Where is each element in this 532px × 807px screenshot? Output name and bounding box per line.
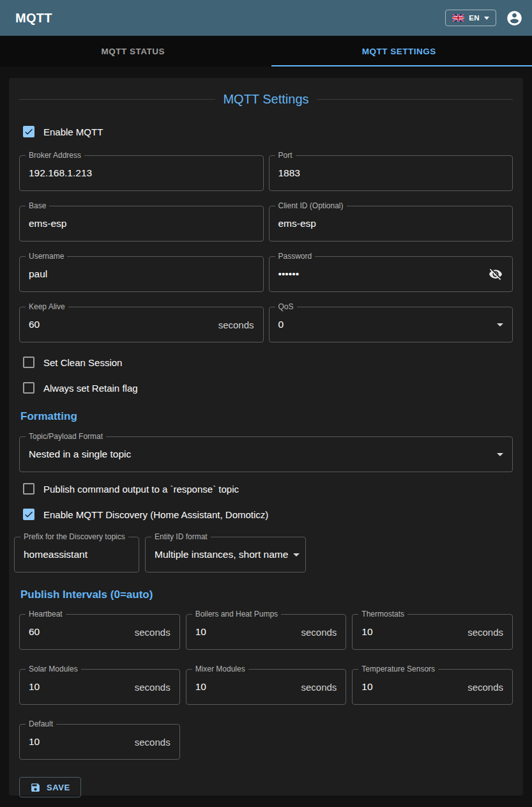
entity-id-format-value: Multiple instances, short name xyxy=(155,549,288,560)
page-title: MQTT xyxy=(15,11,52,26)
toggle-password-visibility-button[interactable] xyxy=(488,266,503,282)
uk-flag-icon xyxy=(452,14,464,22)
entity-id-format-select[interactable]: Entity ID format Multiple instances, sho… xyxy=(145,537,306,573)
account-circle-icon xyxy=(506,10,523,27)
keep-alive-unit: seconds xyxy=(218,319,254,330)
topic-payload-format-label: Topic/Payload Format xyxy=(26,432,106,441)
tab-bar: MQTT STATUS MQTT SETTINGS xyxy=(0,36,532,66)
default-interval-field[interactable]: Default 10 seconds xyxy=(19,724,180,760)
response-topic-label: Publish command output to a `response` t… xyxy=(43,484,239,495)
heartbeat-label: Heartbeat xyxy=(26,610,66,619)
temperature-sensors-value: 10 xyxy=(361,681,467,693)
language-selector-button[interactable]: EN xyxy=(445,10,496,26)
save-button[interactable]: SAVE xyxy=(19,777,81,797)
clean-session-row: Set Clean Session xyxy=(23,357,513,368)
publish-intervals-section-header: Publish Intervals (0=auto) xyxy=(20,588,513,601)
port-label: Port xyxy=(275,151,296,160)
broker-address-value: 192.168.1.213 xyxy=(29,167,254,179)
mqtt-discovery-row: Enable MQTT Discovery (Home Assistant, D… xyxy=(23,509,513,520)
discovery-prefix-label: Prefix for the Discovery topics xyxy=(20,532,128,541)
broker-address-field[interactable]: Broker Address 192.168.1.213 xyxy=(19,155,264,191)
dropdown-caret-icon xyxy=(497,323,503,327)
topic-payload-format-value: Nested in a single topic xyxy=(29,449,492,460)
thermostats-interval-field[interactable]: Thermostats 10 seconds xyxy=(352,614,513,650)
mqtt-discovery-label: Enable MQTT Discovery (Home Assistant, D… xyxy=(43,509,268,520)
qos-select[interactable]: QoS 0 xyxy=(269,307,513,342)
temperature-sensors-unit: seconds xyxy=(467,682,503,693)
username-field[interactable]: Username paul xyxy=(19,256,264,292)
tab-mqtt-status[interactable]: MQTT STATUS xyxy=(0,36,266,66)
formatting-section-header: Formatting xyxy=(20,410,513,423)
base-label: Base xyxy=(26,201,49,210)
save-button-label: SAVE xyxy=(47,783,70,792)
thermostats-unit: seconds xyxy=(467,627,503,638)
card-title: MQTT Settings xyxy=(19,92,513,107)
username-value: paul xyxy=(29,268,254,280)
settings-card: MQTT Settings Enable MQTT Broker Address… xyxy=(9,78,523,795)
clean-session-checkbox[interactable] xyxy=(23,357,34,368)
heartbeat-interval-field[interactable]: Heartbeat 60 seconds xyxy=(19,614,180,650)
mixer-unit: seconds xyxy=(301,682,337,693)
page-content: MQTT Settings Enable MQTT Broker Address… xyxy=(0,66,532,795)
temperature-sensors-label: Temperature Sensors xyxy=(358,665,438,673)
heartbeat-unit: seconds xyxy=(135,627,171,638)
base-value: ems-esp xyxy=(29,218,254,229)
enable-mqtt-checkbox[interactable] xyxy=(23,126,34,137)
port-value: 1883 xyxy=(278,167,504,179)
username-label: Username xyxy=(26,252,67,261)
base-field[interactable]: Base ems-esp xyxy=(19,206,264,242)
retain-flag-label: Always set Retain flag xyxy=(43,383,138,394)
client-id-value: ems-esp xyxy=(278,218,504,229)
temperature-sensors-interval-field[interactable]: Temperature Sensors 10 seconds xyxy=(352,669,513,705)
password-field[interactable]: Password •••••• xyxy=(269,256,513,292)
caret-down-icon xyxy=(484,17,489,20)
visibility-off-icon xyxy=(489,267,503,281)
boilers-label: Boilers and Heat Pumps xyxy=(192,610,281,619)
mixer-value: 10 xyxy=(195,681,301,693)
publish-intervals-grid: Heartbeat 60 seconds Boilers and Heat Pu… xyxy=(19,614,513,760)
enable-mqtt-label: Enable MQTT xyxy=(43,127,103,137)
entity-id-format-label: Entity ID format xyxy=(151,532,211,541)
boilers-interval-field[interactable]: Boilers and Heat Pumps 10 seconds xyxy=(186,614,347,650)
topic-payload-format-select[interactable]: Topic/Payload Format Nested in a single … xyxy=(19,436,513,472)
clean-session-label: Set Clean Session xyxy=(43,357,122,368)
retain-flag-row: Always set Retain flag xyxy=(23,382,513,394)
broker-address-label: Broker Address xyxy=(26,151,84,160)
solar-label: Solar Modules xyxy=(26,665,81,673)
tab-mqtt-settings[interactable]: MQTT SETTINGS xyxy=(266,36,532,66)
check-icon xyxy=(24,127,34,137)
keep-alive-label: Keep Alive xyxy=(26,302,68,311)
heartbeat-value: 60 xyxy=(29,626,135,638)
default-value: 10 xyxy=(29,736,135,748)
response-topic-row: Publish command output to a `response` t… xyxy=(23,483,513,495)
response-topic-checkbox[interactable] xyxy=(23,483,34,495)
dropdown-caret-icon xyxy=(497,453,503,456)
password-value: •••••• xyxy=(278,268,489,280)
account-button[interactable] xyxy=(505,9,523,27)
keep-alive-value: 60 xyxy=(29,319,218,330)
retain-flag-checkbox[interactable] xyxy=(23,382,34,394)
mixer-interval-field[interactable]: Mixer Modules 10 seconds xyxy=(186,669,347,705)
port-field[interactable]: Port 1883 xyxy=(269,155,513,191)
discovery-prefix-field[interactable]: Prefix for the Discovery topics homeassi… xyxy=(14,537,139,573)
default-label: Default xyxy=(26,719,56,728)
client-id-field[interactable]: Client ID (Optional) ems-esp xyxy=(269,206,513,242)
default-unit: seconds xyxy=(135,737,171,748)
dropdown-caret-icon xyxy=(293,553,300,557)
qos-label: QoS xyxy=(275,302,297,311)
mqtt-discovery-checkbox[interactable] xyxy=(23,509,34,520)
password-label: Password xyxy=(275,252,315,261)
boilers-unit: seconds xyxy=(301,627,337,638)
save-icon xyxy=(30,782,41,793)
app-bar: MQTT EN xyxy=(0,0,532,36)
keep-alive-field[interactable]: Keep Alive 60 seconds xyxy=(19,307,264,342)
discovery-prefix-value: homeassistant xyxy=(24,549,130,560)
mixer-label: Mixer Modules xyxy=(192,665,248,673)
language-code: EN xyxy=(469,14,480,22)
client-id-label: Client ID (Optional) xyxy=(275,201,347,210)
solar-unit: seconds xyxy=(135,682,171,693)
qos-value: 0 xyxy=(278,319,492,330)
solar-interval-field[interactable]: Solar Modules 10 seconds xyxy=(19,669,180,705)
thermostats-value: 10 xyxy=(361,626,467,638)
boilers-value: 10 xyxy=(195,626,301,638)
